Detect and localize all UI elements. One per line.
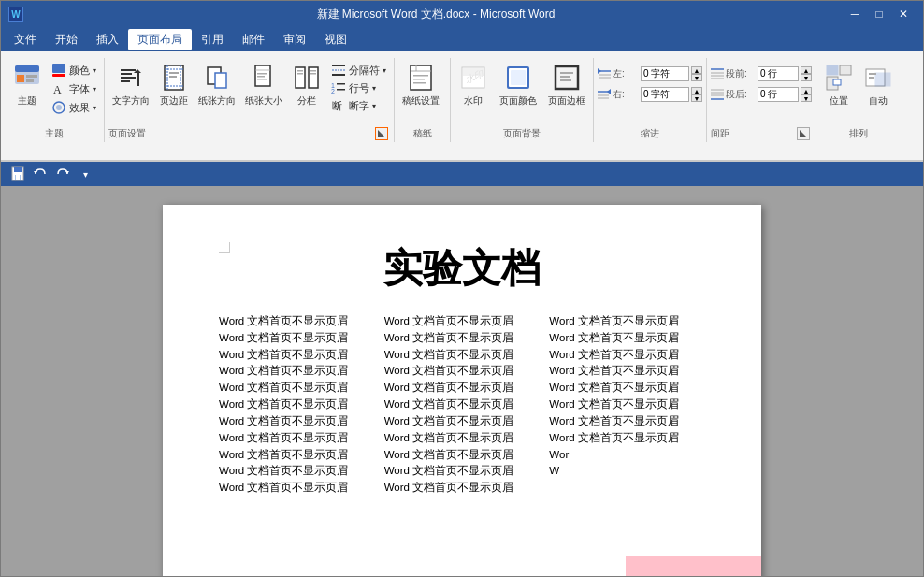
- color-dropdown-icon[interactable]: ▾: [93, 66, 96, 75]
- break-button[interactable]: 分隔符 ▾: [327, 62, 390, 79]
- spacing-before-down[interactable]: ▼: [801, 74, 812, 81]
- indent-right-row: 右: ▲ ▼: [598, 87, 702, 102]
- svg-rect-81: [833, 79, 841, 85]
- line-numbers-button[interactable]: 12 行号 ▾: [327, 79, 390, 96]
- watermark-button[interactable]: 水印 水印: [455, 60, 492, 110]
- save-quick-btn[interactable]: [8, 165, 27, 183]
- menu-file[interactable]: 文件: [5, 29, 46, 50]
- menu-layout[interactable]: 页面布局: [128, 29, 192, 50]
- theme-button[interactable]: 主题: [8, 60, 46, 110]
- doc-line: Word 文档首页不显示页眉: [219, 363, 375, 380]
- document-col-3: Word 文档首页不显示页眉 Word 文档首页不显示页眉 Word 文档首页不…: [549, 313, 705, 497]
- hyphenation-button[interactable]: 断 断字 ▾: [327, 97, 390, 114]
- document-page: 实验文档 Word 文档首页不显示页眉 Word 文档首页不显示页眉 Word …: [163, 205, 761, 576]
- break-icon: [331, 63, 346, 78]
- paragraph-dialog-launcher[interactable]: [797, 127, 810, 140]
- spacing-after-down[interactable]: ▼: [801, 94, 812, 102]
- svg-rect-28: [257, 76, 265, 78]
- indent-left-input[interactable]: [641, 66, 689, 81]
- size-button[interactable]: 纸张大小: [241, 60, 286, 110]
- menu-mailings[interactable]: 邮件: [233, 29, 274, 50]
- svg-rect-11: [121, 73, 132, 75]
- ribbon-group-pagesetup: 文字方向: [105, 58, 395, 142]
- spacing-after-input[interactable]: [758, 87, 799, 102]
- indent-left-down[interactable]: ▼: [691, 74, 702, 81]
- menu-review[interactable]: 审阅: [274, 29, 315, 50]
- svg-marker-91: [65, 171, 69, 174]
- doc-line: Word 文档首页不显示页眉: [219, 463, 375, 480]
- undo-quick-btn[interactable]: [31, 165, 50, 183]
- effect-button[interactable]: 效果 ▾: [48, 99, 100, 116]
- hyphenation-label: 断字: [349, 99, 369, 113]
- indent-right-input[interactable]: [641, 87, 689, 102]
- redo-quick-btn[interactable]: [53, 165, 72, 183]
- font-dropdown-icon[interactable]: ▾: [93, 85, 96, 94]
- doc-line: Word 文档首页不显示页眉: [384, 447, 541, 464]
- watermark-label: 水印: [464, 94, 483, 108]
- word-icon: W: [8, 7, 23, 22]
- menu-insert[interactable]: 插入: [87, 29, 128, 50]
- paper-setup-button[interactable]: 稿纸设置: [398, 60, 443, 110]
- svg-rect-34: [310, 70, 316, 72]
- auto-icon: [863, 63, 893, 93]
- doc-line: Word 文档首页不显示页眉: [384, 363, 541, 380]
- doc-line: Word 文档首页不显示页眉: [384, 313, 541, 330]
- text-direction-button[interactable]: 文字方向: [108, 60, 153, 110]
- doc-line: Word 文档首页不显示页眉: [384, 347, 541, 364]
- ribbon-group-spacing: 段前: ▲ ▼: [707, 58, 816, 142]
- svg-rect-50: [413, 82, 426, 84]
- page-border-icon: [552, 63, 582, 93]
- maximize-button[interactable]: □: [867, 5, 891, 23]
- color-button[interactable]: 颜色 ▾: [48, 62, 100, 79]
- spacing-after-icon: [711, 88, 724, 101]
- columns-label: 分栏: [297, 94, 316, 108]
- close-button[interactable]: ✕: [891, 5, 916, 23]
- menu-references[interactable]: 引用: [192, 29, 233, 50]
- indent-right-down[interactable]: ▼: [691, 94, 702, 102]
- page-border-button[interactable]: 页面边框: [544, 60, 589, 110]
- auto-button[interactable]: 自动: [859, 60, 897, 110]
- menu-view[interactable]: 视图: [315, 29, 356, 50]
- page-color-button[interactable]: 页面颜色: [496, 60, 541, 110]
- page-setup-dialog-launcher[interactable]: [375, 127, 388, 140]
- svg-rect-53: [463, 68, 484, 76]
- svg-rect-22: [169, 76, 177, 78]
- margins-icon: [159, 63, 189, 93]
- indent-left-label: 左:: [613, 67, 639, 80]
- page-border-label: 页面边框: [548, 94, 585, 108]
- minimize-button[interactable]: ─: [843, 5, 867, 23]
- theme-icon: [12, 63, 42, 93]
- indent-right-up[interactable]: ▲: [691, 87, 702, 94]
- app-window: W 新建 Microsoft Word 文档.docx - Microsoft …: [0, 0, 924, 577]
- svg-rect-32: [297, 70, 303, 72]
- menu-home[interactable]: 开始: [46, 29, 87, 50]
- orientation-button[interactable]: 纸张方向: [195, 60, 239, 110]
- svg-rect-48: [413, 75, 428, 77]
- svg-rect-35: [310, 73, 316, 75]
- font-button[interactable]: A 字体 ▾: [48, 80, 100, 97]
- pink-highlight-overlay: [626, 556, 761, 576]
- ribbon-group-background: 水印 水印: [451, 58, 594, 142]
- columns-button[interactable]: 分栏: [288, 60, 325, 110]
- theme-label: 主题: [18, 94, 36, 108]
- svg-rect-3: [26, 75, 37, 78]
- document-col-1: Word 文档首页不显示页眉 Word 文档首页不显示页眉 Word 文档首页不…: [219, 313, 375, 497]
- doc-line: Word 文档首页不显示页眉: [384, 413, 541, 430]
- ribbon-content: 主题 颜色 ▾ A: [1, 58, 923, 163]
- spacing-after-up[interactable]: ▲: [801, 87, 812, 94]
- svg-rect-56: [511, 70, 526, 85]
- margins-button[interactable]: 页边距: [155, 60, 193, 110]
- svg-text:断: 断: [332, 100, 342, 111]
- theme-group-label: 主题: [8, 125, 100, 142]
- position-button[interactable]: 位置: [820, 60, 858, 110]
- indent-left-up[interactable]: ▲: [691, 66, 702, 74]
- spacing-before-input[interactable]: [758, 66, 799, 81]
- page-color-label: 页面颜色: [499, 94, 537, 108]
- quick-access-dropdown[interactable]: ▾: [76, 165, 94, 183]
- effect-dropdown-icon[interactable]: ▾: [93, 104, 96, 112]
- font-label: 字体: [69, 82, 90, 96]
- doc-line: Word 文档首页不显示页眉: [219, 313, 375, 330]
- svg-rect-78: [827, 65, 838, 75]
- document-columns: Word 文档首页不显示页眉 Word 文档首页不显示页眉 Word 文档首页不…: [219, 313, 705, 497]
- spacing-before-up[interactable]: ▲: [801, 66, 812, 74]
